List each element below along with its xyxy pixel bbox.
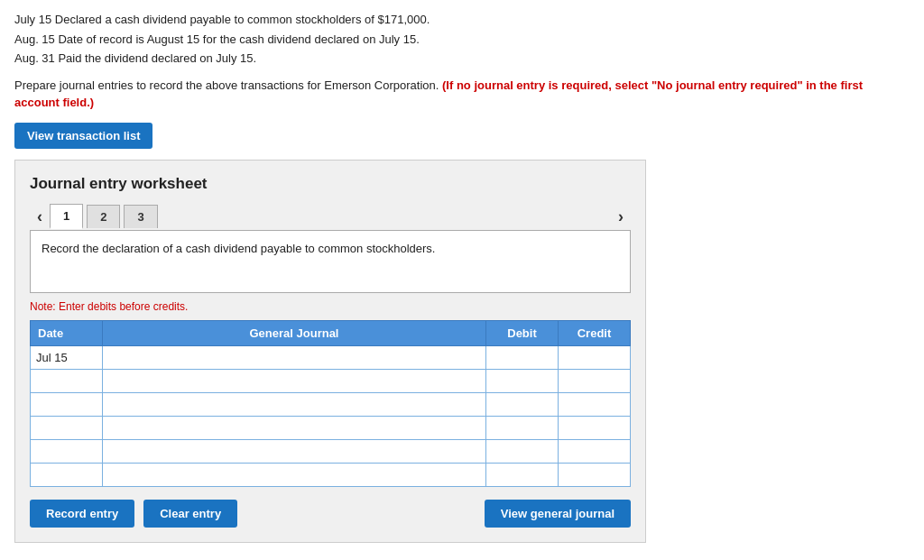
journal-cell-4[interactable] <box>103 439 486 463</box>
debit-input-4[interactable] <box>486 440 558 463</box>
journal-cell-5[interactable] <box>103 463 486 486</box>
intro-line3: Aug. 31 Paid the dividend declared on Ju… <box>14 50 910 68</box>
debit-cell-3[interactable] <box>486 416 559 439</box>
record-entry-button[interactable]: Record entry <box>30 500 134 528</box>
date-cell-1 <box>31 369 103 392</box>
tab-next-arrow[interactable]: › <box>611 204 631 230</box>
table-row <box>31 463 631 486</box>
worksheet-container: Journal entry worksheet ‹ 1 2 3 › Record… <box>14 160 646 543</box>
table-row <box>31 439 631 463</box>
intro-section: July 15 Declared a cash dividend payable… <box>14 11 910 112</box>
credit-input-0[interactable] <box>559 346 630 369</box>
debit-cell-0[interactable] <box>486 345 559 369</box>
date-cell-0: Jul 15 <box>31 345 103 369</box>
journal-cell-0[interactable] <box>103 345 486 369</box>
credit-cell-3[interactable] <box>559 416 631 439</box>
table-row <box>31 369 631 392</box>
view-general-journal-button[interactable]: View general journal <box>485 500 631 528</box>
tab-2[interactable]: 2 <box>87 205 120 228</box>
credit-cell-2[interactable] <box>559 392 631 416</box>
debit-cell-2[interactable] <box>486 392 559 416</box>
date-cell-2 <box>31 392 103 416</box>
credit-input-2[interactable] <box>559 393 630 416</box>
table-row: Jul 15 <box>31 345 631 369</box>
journal-cell-3[interactable] <box>103 416 486 439</box>
view-transaction-button[interactable]: View transaction list <box>14 123 152 149</box>
journal-input-4[interactable] <box>103 440 485 463</box>
tab-1[interactable]: 1 <box>50 204 83 229</box>
credit-input-4[interactable] <box>559 440 630 463</box>
date-cell-3 <box>31 416 103 439</box>
bottom-buttons: Record entry Clear entry View general jo… <box>30 500 631 528</box>
debit-input-5[interactable] <box>486 464 558 486</box>
debit-cell-4[interactable] <box>486 439 559 463</box>
credit-input-1[interactable] <box>559 370 630 392</box>
clear-entry-button[interactable]: Clear entry <box>143 500 237 528</box>
description-box: Record the declaration of a cash dividen… <box>30 230 631 293</box>
debit-input-3[interactable] <box>486 417 558 439</box>
intro-line1: July 15 Declared a cash dividend payable… <box>14 11 910 29</box>
journal-cell-2[interactable] <box>103 392 486 416</box>
debit-cell-5[interactable] <box>486 463 559 486</box>
header-credit: Credit <box>559 320 631 345</box>
debit-input-2[interactable] <box>486 393 558 416</box>
journal-input-5[interactable] <box>103 464 485 486</box>
tab-prev-arrow[interactable]: ‹ <box>30 204 50 230</box>
debit-input-1[interactable] <box>486 370 558 392</box>
description-text: Record the declaration of a cash dividen… <box>42 242 435 255</box>
credit-cell-4[interactable] <box>559 439 631 463</box>
header-general-journal: General Journal <box>103 320 486 345</box>
journal-input-0[interactable] <box>103 346 485 369</box>
date-cell-5 <box>31 463 103 486</box>
credit-cell-1[interactable] <box>559 369 631 392</box>
header-date: Date <box>31 320 103 345</box>
tab-3[interactable]: 3 <box>124 205 157 228</box>
credit-input-5[interactable] <box>559 464 630 486</box>
debit-cell-1[interactable] <box>486 369 559 392</box>
header-debit: Debit <box>486 320 559 345</box>
debit-input-0[interactable] <box>486 346 558 369</box>
journal-input-1[interactable] <box>103 370 485 392</box>
credit-cell-0[interactable] <box>559 345 631 369</box>
tabs-row: ‹ 1 2 3 › <box>30 204 631 230</box>
journal-table: Date General Journal Debit Credit Jul 15 <box>30 320 631 487</box>
table-row <box>31 392 631 416</box>
note-text: Note: Enter debits before credits. <box>30 300 631 313</box>
journal-cell-1[interactable] <box>103 369 486 392</box>
date-cell-4 <box>31 439 103 463</box>
journal-input-2[interactable] <box>103 393 485 416</box>
worksheet-title: Journal entry worksheet <box>30 175 631 193</box>
table-row <box>31 416 631 439</box>
instruction-normal: Prepare journal entries to record the ab… <box>14 78 439 92</box>
journal-input-3[interactable] <box>103 417 485 439</box>
intro-line2: Aug. 15 Date of record is August 15 for … <box>14 31 910 49</box>
credit-cell-5[interactable] <box>559 463 631 486</box>
credit-input-3[interactable] <box>559 417 630 439</box>
